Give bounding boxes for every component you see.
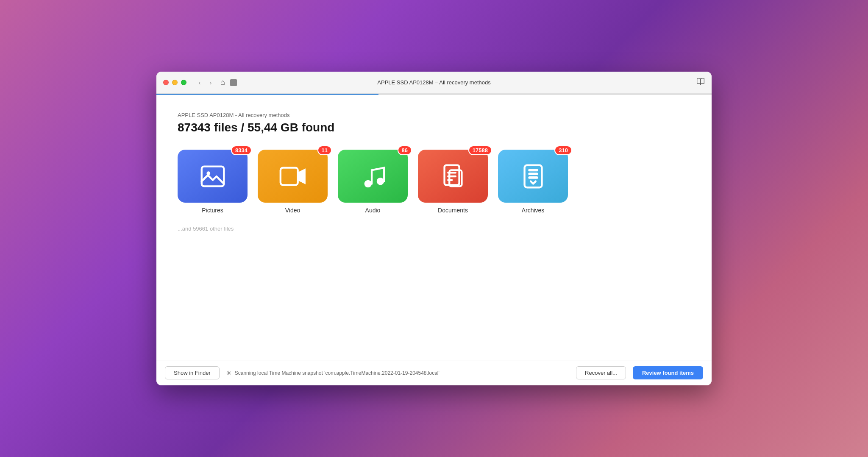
- close-button[interactable]: [163, 80, 169, 85]
- scanning-text-content: Scanning local Time Machine snapshot 'co…: [235, 370, 440, 376]
- archives-label: Archives: [522, 207, 545, 214]
- video-badge: 11: [317, 145, 332, 155]
- documents-badge: 17588: [468, 145, 492, 155]
- documents-label: Documents: [438, 207, 468, 214]
- home-button[interactable]: ⌂: [220, 78, 225, 87]
- window-title: APPLE SSD AP0128M – All recovery methods: [377, 79, 490, 86]
- recover-all-button[interactable]: Recover all...: [576, 366, 626, 379]
- audio-badge: 86: [398, 145, 412, 155]
- category-documents[interactable]: 17588 Documents: [418, 150, 488, 214]
- pictures-badge: 8334: [231, 145, 252, 155]
- svg-rect-2: [280, 167, 298, 185]
- documents-icon: [438, 162, 468, 191]
- minimize-button[interactable]: [172, 80, 178, 85]
- forward-button[interactable]: ›: [206, 78, 215, 87]
- review-found-items-button[interactable]: Review found items: [633, 366, 703, 379]
- audio-icon: [358, 162, 388, 191]
- video-icon: [278, 162, 308, 191]
- svg-rect-0: [201, 166, 224, 186]
- audio-icon-bg: [338, 150, 408, 203]
- video-icon-wrapper: 11: [258, 150, 328, 203]
- footer: Show in Finder ✳ Scanning local Time Mac…: [156, 360, 712, 385]
- progress-bar-fill: [156, 94, 378, 95]
- pictures-icon-bg: [178, 150, 248, 203]
- pictures-icon: [198, 162, 228, 191]
- pictures-label: Pictures: [202, 207, 223, 214]
- traffic-lights: [163, 80, 186, 85]
- app-window: ‹ › ⌂ APPLE SSD AP0128M – All recovery m…: [156, 72, 712, 385]
- scanning-status: ✳ Scanning local Time Machine snapshot '…: [226, 370, 569, 376]
- documents-icon-wrapper: 17588: [418, 150, 488, 203]
- category-video[interactable]: 11 Video: [258, 150, 328, 214]
- category-audio[interactable]: 86 Audio: [338, 150, 408, 214]
- maximize-button[interactable]: [181, 80, 186, 85]
- nav-buttons: ‹ ›: [195, 78, 215, 87]
- video-icon-bg: [258, 150, 328, 203]
- category-pictures[interactable]: 8334 Pictures: [178, 150, 248, 214]
- archives-badge: 310: [554, 145, 572, 155]
- pictures-icon-wrapper: 8334: [178, 150, 248, 203]
- progress-bar-container: [156, 94, 712, 95]
- svg-rect-5: [444, 165, 459, 185]
- titlebar: ‹ › ⌂ APPLE SSD AP0128M – All recovery m…: [156, 72, 712, 94]
- spinner-icon: ✳: [226, 370, 231, 376]
- video-label: Video: [285, 207, 300, 214]
- show-finder-button[interactable]: Show in Finder: [165, 366, 220, 379]
- other-files-text: ...and 59661 other files: [178, 226, 690, 232]
- main-content: APPLE SSD AP0128M - All recovery methods…: [156, 95, 712, 360]
- archives-icon-bg: [498, 150, 568, 203]
- svg-point-4: [376, 177, 384, 185]
- book-button[interactable]: [696, 77, 705, 88]
- headline: 87343 files / 55,44 GB found: [178, 121, 690, 134]
- archives-icon-wrapper: 310: [498, 150, 568, 203]
- subtitle: APPLE SSD AP0128M - All recovery methods: [178, 112, 690, 118]
- svg-point-3: [364, 180, 372, 187]
- documents-icon-bg: [418, 150, 488, 203]
- categories-row: 8334 Pictures 11 Video: [178, 150, 690, 214]
- stop-button[interactable]: [230, 79, 237, 86]
- category-archives[interactable]: 310 Archives: [498, 150, 568, 214]
- audio-icon-wrapper: 86: [338, 150, 408, 203]
- archives-icon: [518, 162, 548, 191]
- back-button[interactable]: ‹: [195, 78, 204, 87]
- audio-label: Audio: [365, 207, 381, 214]
